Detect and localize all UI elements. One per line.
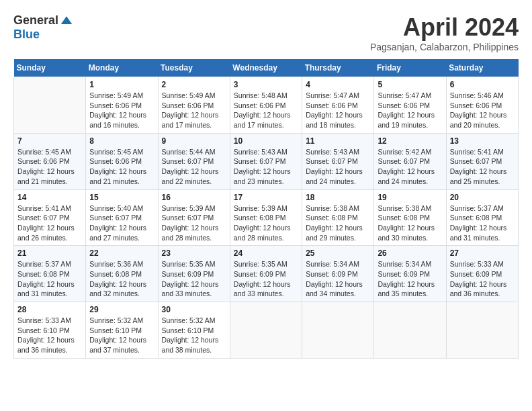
day-info: Sunrise: 5:32 AM Sunset: 6:10 PM Dayligh…	[162, 316, 226, 355]
calendar-cell	[14, 77, 86, 134]
calendar-cell: 7Sunrise: 5:45 AM Sunset: 6:06 PM Daylig…	[14, 133, 86, 189]
calendar-week-row: 28Sunrise: 5:33 AM Sunset: 6:10 PM Dayli…	[14, 302, 519, 359]
logo-icon	[60, 14, 73, 28]
column-header-wednesday: Wednesday	[230, 59, 302, 77]
day-info: Sunrise: 5:32 AM Sunset: 6:10 PM Dayligh…	[89, 316, 154, 355]
calendar-header-row: SundayMondayTuesdayWednesdayThursdayFrid…	[14, 59, 519, 77]
logo-blue-text: Blue	[13, 28, 40, 42]
day-info: Sunrise: 5:37 AM Sunset: 6:08 PM Dayligh…	[17, 259, 82, 299]
calendar-cell: 8Sunrise: 5:45 AM Sunset: 6:06 PM Daylig…	[86, 133, 158, 189]
day-number: 29	[89, 305, 154, 314]
day-info: Sunrise: 5:46 AM Sunset: 6:06 PM Dayligh…	[450, 91, 515, 130]
calendar-cell: 14Sunrise: 5:41 AM Sunset: 6:07 PM Dayli…	[14, 189, 86, 246]
day-info: Sunrise: 5:38 AM Sunset: 6:08 PM Dayligh…	[378, 203, 442, 243]
day-info: Sunrise: 5:35 AM Sunset: 6:09 PM Dayligh…	[162, 259, 226, 299]
day-number: 26	[378, 248, 442, 258]
day-number: 8	[89, 136, 154, 146]
calendar-cell: 22Sunrise: 5:36 AM Sunset: 6:08 PM Dayli…	[86, 246, 158, 302]
calendar-week-row: 7Sunrise: 5:45 AM Sunset: 6:06 PM Daylig…	[14, 133, 519, 189]
day-info: Sunrise: 5:47 AM Sunset: 6:06 PM Dayligh…	[306, 91, 370, 130]
calendar-cell: 25Sunrise: 5:34 AM Sunset: 6:09 PM Dayli…	[302, 246, 374, 302]
calendar-cell: 9Sunrise: 5:44 AM Sunset: 6:07 PM Daylig…	[158, 133, 230, 189]
day-number: 12	[378, 136, 442, 146]
day-info: Sunrise: 5:49 AM Sunset: 6:06 PM Dayligh…	[162, 91, 226, 130]
day-info: Sunrise: 5:41 AM Sunset: 6:07 PM Dayligh…	[17, 203, 82, 243]
day-number: 21	[17, 248, 82, 258]
calendar-cell: 5Sunrise: 5:47 AM Sunset: 6:06 PM Daylig…	[374, 77, 446, 134]
column-header-sunday: Sunday	[14, 59, 86, 77]
calendar-cell: 11Sunrise: 5:43 AM Sunset: 6:07 PM Dayli…	[302, 133, 374, 189]
day-number: 10	[234, 136, 298, 146]
location-text: Pagsanjan, Calabarzon, Philippines	[370, 42, 519, 52]
day-number: 11	[306, 136, 370, 146]
day-number: 19	[378, 193, 442, 202]
day-info: Sunrise: 5:38 AM Sunset: 6:08 PM Dayligh…	[306, 203, 370, 243]
calendar-cell: 13Sunrise: 5:41 AM Sunset: 6:07 PM Dayli…	[446, 133, 518, 189]
calendar-cell: 4Sunrise: 5:47 AM Sunset: 6:06 PM Daylig…	[302, 77, 374, 134]
day-number: 17	[234, 193, 298, 202]
day-info: Sunrise: 5:39 AM Sunset: 6:08 PM Dayligh…	[234, 203, 298, 243]
calendar-week-row: 1Sunrise: 5:49 AM Sunset: 6:06 PM Daylig…	[14, 77, 519, 134]
day-number: 4	[306, 80, 370, 89]
day-number: 13	[450, 136, 515, 146]
calendar-cell: 30Sunrise: 5:32 AM Sunset: 6:10 PM Dayli…	[158, 302, 230, 359]
day-number: 18	[306, 193, 370, 202]
column-header-saturday: Saturday	[446, 59, 518, 77]
day-info: Sunrise: 5:49 AM Sunset: 6:06 PM Dayligh…	[89, 91, 154, 130]
day-info: Sunrise: 5:43 AM Sunset: 6:07 PM Dayligh…	[306, 147, 370, 187]
calendar-cell: 24Sunrise: 5:35 AM Sunset: 6:09 PM Dayli…	[230, 246, 302, 302]
calendar-cell: 12Sunrise: 5:42 AM Sunset: 6:07 PM Dayli…	[374, 133, 446, 189]
calendar-cell	[446, 302, 518, 359]
day-info: Sunrise: 5:39 AM Sunset: 6:07 PM Dayligh…	[162, 203, 226, 243]
day-number: 30	[162, 305, 226, 314]
day-info: Sunrise: 5:35 AM Sunset: 6:09 PM Dayligh…	[234, 259, 298, 299]
day-number: 27	[450, 248, 515, 258]
calendar-week-row: 14Sunrise: 5:41 AM Sunset: 6:07 PM Dayli…	[14, 189, 519, 246]
day-info: Sunrise: 5:36 AM Sunset: 6:08 PM Dayligh…	[89, 259, 154, 299]
day-info: Sunrise: 5:33 AM Sunset: 6:10 PM Dayligh…	[17, 316, 82, 355]
day-info: Sunrise: 5:47 AM Sunset: 6:06 PM Dayligh…	[378, 91, 442, 130]
calendar-week-row: 21Sunrise: 5:37 AM Sunset: 6:08 PM Dayli…	[14, 246, 519, 302]
page-header: General Blue April 2024 Pagsanjan, Calab…	[13, 13, 519, 52]
day-info: Sunrise: 5:33 AM Sunset: 6:09 PM Dayligh…	[450, 259, 515, 299]
calendar-cell: 19Sunrise: 5:38 AM Sunset: 6:08 PM Dayli…	[374, 189, 446, 246]
day-info: Sunrise: 5:43 AM Sunset: 6:07 PM Dayligh…	[234, 147, 298, 187]
calendar-cell	[374, 302, 446, 359]
calendar-table: SundayMondayTuesdayWednesdayThursdayFrid…	[13, 59, 519, 359]
logo: General Blue	[13, 13, 73, 42]
day-number: 14	[17, 193, 82, 202]
calendar-cell: 17Sunrise: 5:39 AM Sunset: 6:08 PM Dayli…	[230, 189, 302, 246]
calendar-cell: 16Sunrise: 5:39 AM Sunset: 6:07 PM Dayli…	[158, 189, 230, 246]
day-number: 9	[162, 136, 226, 146]
day-number: 28	[17, 305, 82, 314]
calendar-cell: 15Sunrise: 5:40 AM Sunset: 6:07 PM Dayli…	[86, 189, 158, 246]
calendar-cell: 3Sunrise: 5:48 AM Sunset: 6:06 PM Daylig…	[230, 77, 302, 134]
calendar-cell: 2Sunrise: 5:49 AM Sunset: 6:06 PM Daylig…	[158, 77, 230, 134]
column-header-monday: Monday	[86, 59, 158, 77]
title-section: April 2024 Pagsanjan, Calabarzon, Philip…	[370, 13, 519, 52]
calendar-cell: 26Sunrise: 5:34 AM Sunset: 6:09 PM Dayli…	[374, 246, 446, 302]
day-info: Sunrise: 5:45 AM Sunset: 6:06 PM Dayligh…	[17, 147, 82, 187]
calendar-cell: 20Sunrise: 5:37 AM Sunset: 6:08 PM Dayli…	[446, 189, 518, 246]
calendar-cell: 10Sunrise: 5:43 AM Sunset: 6:07 PM Dayli…	[230, 133, 302, 189]
day-info: Sunrise: 5:41 AM Sunset: 6:07 PM Dayligh…	[450, 147, 515, 187]
day-number: 15	[89, 193, 154, 202]
day-info: Sunrise: 5:37 AM Sunset: 6:08 PM Dayligh…	[450, 203, 515, 243]
logo-general-text: General	[13, 13, 58, 28]
day-number: 24	[234, 248, 298, 258]
day-info: Sunrise: 5:42 AM Sunset: 6:07 PM Dayligh…	[378, 147, 442, 187]
calendar-cell: 28Sunrise: 5:33 AM Sunset: 6:10 PM Dayli…	[14, 302, 86, 359]
day-info: Sunrise: 5:45 AM Sunset: 6:06 PM Dayligh…	[89, 147, 154, 187]
calendar-cell: 23Sunrise: 5:35 AM Sunset: 6:09 PM Dayli…	[158, 246, 230, 302]
day-number: 6	[450, 80, 515, 89]
day-number: 20	[450, 193, 515, 202]
day-number: 7	[17, 136, 82, 146]
column-header-friday: Friday	[374, 59, 446, 77]
calendar-cell	[230, 302, 302, 359]
calendar-cell: 27Sunrise: 5:33 AM Sunset: 6:09 PM Dayli…	[446, 246, 518, 302]
day-number: 23	[162, 248, 226, 258]
day-number: 16	[162, 193, 226, 202]
calendar-cell: 6Sunrise: 5:46 AM Sunset: 6:06 PM Daylig…	[446, 77, 518, 134]
day-number: 22	[89, 248, 154, 258]
calendar-cell: 29Sunrise: 5:32 AM Sunset: 6:10 PM Dayli…	[86, 302, 158, 359]
